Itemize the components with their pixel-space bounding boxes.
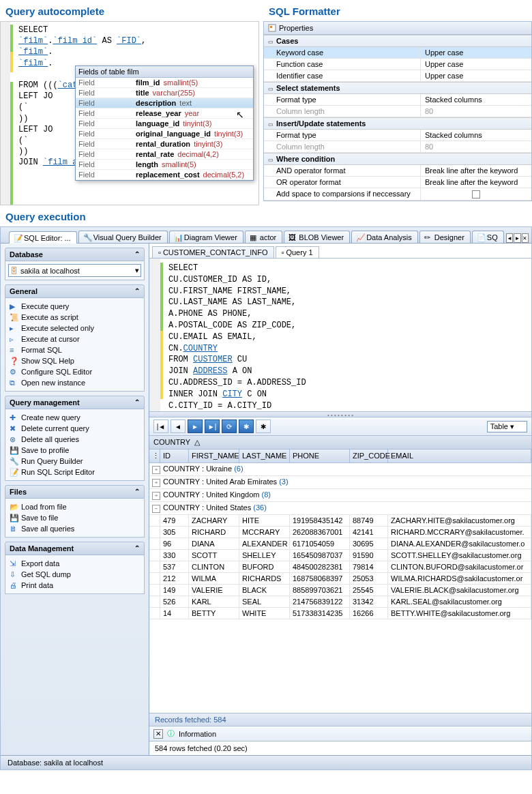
query-subtabs: ▫CUSTOMER_CONTACT_INFO▫Query 1 [149,244,531,259]
sidebar-item[interactable]: ▹Execute at cursor [8,334,141,344]
sidebar-item[interactable]: 🖨Print data [8,580,141,591]
group-row[interactable]: +COUNTRY : United Kingdom (8) [149,489,531,502]
info-icon: ⓘ [167,729,175,739]
tab-scroll-right[interactable]: ► [514,233,520,243]
main-tab[interactable]: 📊Diagram Viewer [169,231,243,243]
sidebar-group-header[interactable]: Database⌃ [5,248,145,261]
formatter-section[interactable]: Insert/Update statements [264,117,531,130]
database-select[interactable]: 🗄sakila at localhost▾ [8,264,141,277]
sidebar-item[interactable]: ≡Format SQL [8,344,141,355]
col-phone[interactable]: PHONE [290,450,350,462]
sidebar-item[interactable]: ▸Execute selected only [8,323,141,334]
col-zip[interactable]: ZIP_CODE [350,450,388,462]
table-row[interactable]: 305RICHARDMCCRARY26208836700142141RICHAR… [149,527,531,538]
formatter-row[interactable]: Function caseUpper case [264,59,531,70]
main-tab[interactable]: 🖼BLOB Viewer [284,231,350,243]
popup-field-row[interactable]: Fieldlength smallint(5) [76,160,253,170]
table-row[interactable]: 14BETTYWHITE51733831423516266BETTY.WHITE… [149,608,531,619]
popup-field-row[interactable]: Fieldrelease_year year [76,108,253,119]
popup-field-row[interactable]: Fielddescription text [76,98,253,108]
formatter-section[interactable]: Where condition [264,153,531,165]
action-icon: ⇩ [10,570,18,578]
sidebar-item[interactable]: ⇲Export data [8,558,141,569]
sidebar-item[interactable]: ⚙Configure SQL Editor [8,366,141,377]
autocomplete-popup[interactable]: Fields of table film Fieldfilm_id smalli… [75,65,254,181]
sidebar-group-header[interactable]: Data Management⌃ [5,542,145,555]
table-row[interactable]: 330SCOTTSHELLEY16545098703791590SCOTT.SH… [149,550,531,561]
sidebar-item[interactable]: ▶Execute query [8,301,141,312]
tab-close[interactable]: ✕ [522,233,529,243]
formatter-section[interactable]: Select statements [264,82,531,94]
sidebar-item[interactable]: ⧉Open new instance [8,377,141,388]
group-header[interactable]: COUNTRY △ [149,436,531,450]
formatter-row[interactable]: AND operator formatBreak line after the … [264,165,531,177]
formatter-row[interactable]: OR operator formatBreak line after the k… [264,177,531,188]
table-row[interactable]: 212WILMARICHARDS16875806839725053WILMA.R… [149,573,531,585]
popup-field-row[interactable]: Fieldfilm_id smallint(5) [76,78,253,88]
formatter-row[interactable]: Column length80 [264,106,531,117]
table-row[interactable]: 96DIANAALEXANDER617105405930695DIANA.ALE… [149,538,531,550]
sidebar-item[interactable]: ❓Show SQL Help [8,355,141,366]
sidebar-item[interactable]: ✖Delete current query [8,423,141,434]
popup-field-row[interactable]: Fieldrental_duration tinyint(3) [76,139,253,149]
sidebar-group-header[interactable]: General⌃ [5,284,145,298]
main-tab[interactable]: 📈Data Analysis [351,231,418,243]
sidebar-item[interactable]: ⇩Get SQL dump [8,569,141,580]
group-row[interactable]: +COUNTRY : United Arab Emirates (3) [149,476,531,489]
popup-field-row[interactable]: Fieldtitle varchar(255) [76,88,253,98]
nav-next[interactable]: ► [188,420,203,433]
sidebar-item[interactable]: 📝Run SQL Script Editor [8,467,141,477]
sidebar-group-header[interactable]: Files⌃ [5,485,145,499]
group-row[interactable]: −COUNTRY : United States (36) [149,502,531,515]
col-last-name[interactable]: LAST_NAME [239,450,290,462]
query-tab[interactable]: ▫CUSTOMER_CONTACT_INFO [152,246,274,258]
main-tab[interactable]: 📄SQ [472,231,504,243]
tab-scroll-left[interactable]: ◄ [506,233,513,243]
col-email[interactable]: EMAIL [388,450,531,462]
autocomplete-title: Query autocomplete [5,5,259,17]
main-tab[interactable]: 📝SQL Editor: ... [9,231,77,244]
sidebar-group-header[interactable]: Query management⌃ [5,396,145,409]
nav-prev[interactable]: ◄ [171,420,186,433]
popup-field-row[interactable]: Fieldreplacement_cost decimal(5,2) [76,170,253,180]
sql-editor[interactable]: SELECT CU.CUSTOMER_ID AS ID, CU.FIRST_NA… [149,259,531,412]
formatter-row[interactable]: Keyword caseUpper case [264,47,531,59]
formatter-section[interactable]: Cases [264,35,531,47]
formatter-row[interactable]: Identifier caseUpper case [264,70,531,82]
main-tab[interactable]: 🔧Visual Query Builder [78,231,168,243]
action-icon: ✚ [10,413,18,422]
nav-last[interactable]: ►| [205,420,220,433]
query-tab[interactable]: ▫Query 1 [276,246,319,258]
info-close[interactable]: ✕ [153,729,163,739]
col-first-name[interactable]: FIRST_NAME [189,450,239,462]
star-2[interactable]: ✱ [256,420,271,433]
group-row[interactable]: +COUNTRY : Ukraine (6) [149,463,531,476]
nav-first[interactable]: |◄ [153,420,168,433]
table-row[interactable]: 479ZACHARYHITE19195843514288749ZACHARY.H… [149,515,531,527]
table-row[interactable]: 537CLINTONBUFORD48450028238179814CLINTON… [149,561,531,573]
table-row[interactable]: 149VALERIEBLACK88589970362125545VALERIE.… [149,585,531,596]
sidebar-item[interactable]: 🗎Save all queries [8,523,141,534]
sidebar-item[interactable]: 🔧Run Query Builder [8,456,141,467]
view-select[interactable]: Table ▾ [487,421,527,432]
main-tab[interactable]: ▦actor [245,231,282,243]
formatter-row[interactable]: Format typeStacked columns [264,94,531,106]
main-tab[interactable]: ✏Designer [419,231,471,243]
star-1[interactable]: ✱ [239,420,254,433]
formatter-row[interactable]: Column length80 [264,141,531,153]
formatter-row[interactable]: Add space to comparsions if neccessary [264,188,531,201]
sidebar-item[interactable]: 📜Execute as script [8,312,141,323]
sidebar-item[interactable]: 💾Save to profile [8,445,141,456]
col-id[interactable]: ID [160,450,189,462]
sidebar-item[interactable]: 💾Save to file [8,512,141,523]
sidebar-item[interactable]: ⊗Delete all queries [8,434,141,445]
sidebar-item[interactable]: 📂Load from file [8,501,141,512]
popup-field-row[interactable]: Fieldlanguage_id tinyint(3) [76,119,253,129]
sidebar-item[interactable]: ✚Create new query [8,412,141,423]
refresh[interactable]: ⟳ [222,420,237,433]
splitter[interactable]: • • • • • • • • [149,412,531,417]
popup-field-row[interactable]: Fieldrental_rate decimal(4,2) [76,149,253,160]
popup-field-row[interactable]: Fieldoriginal_language_id tinyint(3) [76,129,253,139]
table-row[interactable]: 526KARLSEAL21475683912231342KARL.SEAL@sa… [149,596,531,608]
formatter-row[interactable]: Format typeStacked columns [264,130,531,141]
